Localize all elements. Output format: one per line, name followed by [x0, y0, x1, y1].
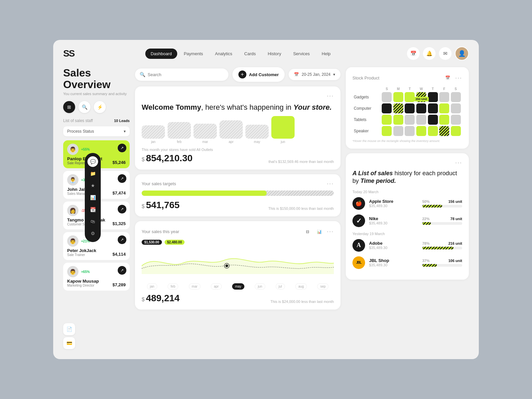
welcome-menu-dots[interactable]: ··· [327, 92, 334, 99]
add-customer-button[interactable]: + Add Customer [232, 67, 285, 82]
bell-button[interactable]: 🔔 [423, 47, 436, 60]
stock-title: Stock Product [352, 75, 379, 80]
month-aug: aug [295, 283, 307, 290]
stock-cell-3-4[interactable] [428, 126, 438, 136]
staff-amount-3: $1,325 [112, 221, 126, 226]
stock-cell-0-0[interactable] [382, 92, 392, 102]
stock-cell-3-6[interactable] [451, 126, 461, 136]
search-input[interactable] [135, 68, 228, 81]
strip-settings-icon[interactable]: ⚙ [87, 228, 98, 239]
search-sidebar-button[interactable]: 🔍 [78, 101, 90, 113]
nike-right: 22% 78 unit [422, 217, 462, 225]
filter-button[interactable]: ⚡ [94, 101, 106, 113]
strip-folder-icon[interactable]: 📁 [87, 168, 98, 179]
bar-may-fill [245, 125, 269, 139]
nav-item-history[interactable]: History [262, 49, 286, 59]
stock-cell-1-4[interactable] [428, 103, 438, 113]
year-chart-view2[interactable]: 📊 [315, 227, 324, 236]
stock-cell-3-3[interactable] [416, 126, 427, 136]
stock-cell-2-1[interactable] [393, 115, 404, 125]
adobe-bar-bg [422, 247, 462, 249]
nike-stats: 22% 78 unit [422, 217, 462, 221]
date-range-label: 20-25 Jan, 2024 [302, 72, 331, 77]
sales-row: $ 854,210.30 that's $132,569.46 more tha… [142, 153, 334, 164]
stock-cell-2-0[interactable] [382, 115, 392, 125]
stock-cell-1-5[interactable] [439, 103, 450, 113]
stock-cell-1-2[interactable] [405, 103, 415, 113]
stock-cell-3-1[interactable] [393, 126, 404, 136]
stock-cell-3-2[interactable] [405, 126, 415, 136]
stock-dots[interactable]: ··· [455, 74, 462, 81]
stock-cell-0-2[interactable] [405, 92, 415, 102]
search-wrap: 🔍 [135, 68, 228, 81]
stock-cell-0-1[interactable] [393, 92, 404, 102]
nav-item-payments[interactable]: Payments [179, 49, 208, 59]
left-sidebar: Sales Overview You current sales summary… [63, 67, 130, 310]
year-sales-header: Your sales this year ⊟ 📊 ··· [142, 227, 334, 236]
apple-right: 50% 156 unit [422, 200, 462, 207]
stock-cell-2-2[interactable] [405, 115, 415, 125]
stock-cell-1-6[interactable] [451, 103, 461, 113]
staff-amount-2: $7,474 [112, 191, 126, 196]
staff-card-5[interactable]: 👨 +65% ↗ Kapow Muusap Marketing Director… [63, 263, 130, 291]
month-sep: sep [317, 283, 329, 290]
main-layout: Sales Overview You current sales summary… [63, 67, 469, 310]
section-today: Today 20 March [352, 190, 462, 194]
stock-calendar-btn[interactable]: 📅 [443, 73, 453, 82]
stock-cell-2-3[interactable] [416, 115, 427, 125]
apple-price: $35,489.30 [369, 204, 418, 208]
header: SS Dashboard Payments Analytics Cards Hi… [63, 47, 469, 61]
year-sales-dots[interactable]: ··· [327, 228, 334, 235]
targets-card-header: Your sales targets ··· [142, 180, 334, 187]
bottom-doc-btn[interactable]: 📄 [63, 323, 75, 335]
bar-mar-fill [194, 124, 217, 139]
stock-row-label-2: Tablets [354, 115, 380, 125]
staff-amount-1: $5,246 [112, 160, 126, 165]
strip-star-icon[interactable]: ★ [87, 180, 98, 191]
stock-cell-0-4[interactable] [428, 92, 438, 102]
year-compare: This is $24,000.00 less than last month [270, 300, 334, 304]
strip-chart-icon[interactable]: 📊 [87, 192, 98, 203]
stock-cell-1-1[interactable] [393, 103, 404, 113]
strip-calendar-icon[interactable]: 📆 [87, 204, 98, 215]
stock-cell-0-5[interactable] [439, 92, 450, 102]
history-item-apple: 🍎 Apple Store $35,489.30 50% 156 unit [352, 197, 462, 210]
nav-item-dashboard[interactable]: Dashboard [145, 49, 177, 59]
bottom-wallet-btn[interactable]: 💳 [63, 337, 75, 349]
stock-cell-3-0[interactable] [382, 126, 392, 136]
targets-amount-value: 541,765 [146, 200, 180, 210]
nike-units: 78 unit [451, 217, 462, 221]
stock-cell-0-6[interactable] [451, 92, 461, 102]
month-jul: jul [276, 283, 285, 290]
nav-item-help[interactable]: Help [317, 49, 336, 59]
grid-view-button[interactable]: ⊞ [63, 101, 75, 113]
nav-item-services[interactable]: Services [288, 49, 315, 59]
stock-cell-2-4[interactable] [428, 115, 438, 125]
logo: SS [63, 48, 74, 59]
page-subtitle: You current sales summary and activity [63, 92, 130, 96]
nav-item-analytics[interactable]: Analytics [210, 49, 238, 59]
calendar-button[interactable]: 📅 [407, 47, 420, 60]
stock-cell-2-5[interactable] [439, 115, 450, 125]
stock-cell-2-6[interactable] [451, 115, 461, 125]
year-amount-value: 489,214 [146, 293, 180, 304]
strip-bag-icon[interactable]: 🛍 [87, 216, 98, 227]
year-chart-view1[interactable]: ⊟ [303, 227, 312, 236]
staff-card-1-top: 👨 +55% [67, 144, 126, 155]
strip-chat-icon[interactable]: 💬 [87, 156, 98, 167]
date-filter-button[interactable]: 📅 20-25 Jan, 2024 ▾ [289, 69, 340, 80]
bar-jun: jun [271, 116, 295, 144]
adobe-percent: 78% [422, 241, 430, 245]
user-avatar[interactable]: 👤 [455, 47, 469, 61]
nav-item-cards[interactable]: Cards [239, 49, 261, 59]
stock-cell-1-0[interactable] [382, 103, 392, 113]
process-status-select[interactable]: Process Status ▾ [63, 126, 130, 136]
sales-summary: This month your stores have sold All Out… [142, 148, 334, 152]
stock-cell-3-5[interactable] [439, 126, 450, 136]
stock-cell-1-3[interactable]: 350 Unit [416, 103, 427, 113]
mail-button[interactable]: ✉ [439, 47, 452, 60]
history-dots[interactable]: ··· [455, 159, 462, 166]
adobe-brand: Adobe [369, 241, 418, 246]
targets-menu-dots[interactable]: ··· [327, 180, 334, 187]
apple-brand: Apple Store [369, 199, 418, 204]
